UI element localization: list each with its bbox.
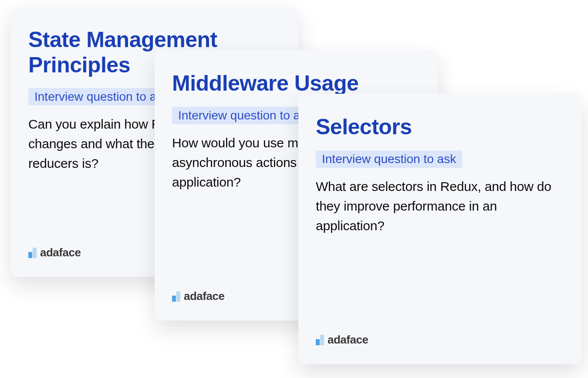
brand-name: adaface xyxy=(184,289,224,303)
brand-logo: adaface xyxy=(316,333,368,347)
brand-name: adaface xyxy=(40,246,81,259)
brand-bars-icon xyxy=(172,291,180,302)
interview-badge: Interview question to ask xyxy=(172,107,318,124)
card-title: Middleware Usage xyxy=(172,71,420,96)
card-title: Selectors xyxy=(316,115,564,140)
interview-badge: Interview question to ask xyxy=(28,88,175,106)
interview-badge: Interview question to ask xyxy=(316,150,462,168)
brand-logo: adaface xyxy=(28,246,81,259)
interview-card-3: Selectors Interview question to ask What… xyxy=(298,94,581,364)
question-text: What are selectors in Redux, and how do … xyxy=(316,177,564,235)
brand-bars-icon xyxy=(28,248,37,258)
brand-name: adaface xyxy=(328,333,368,347)
brand-bars-icon xyxy=(316,335,324,345)
brand-logo: adaface xyxy=(172,289,224,303)
